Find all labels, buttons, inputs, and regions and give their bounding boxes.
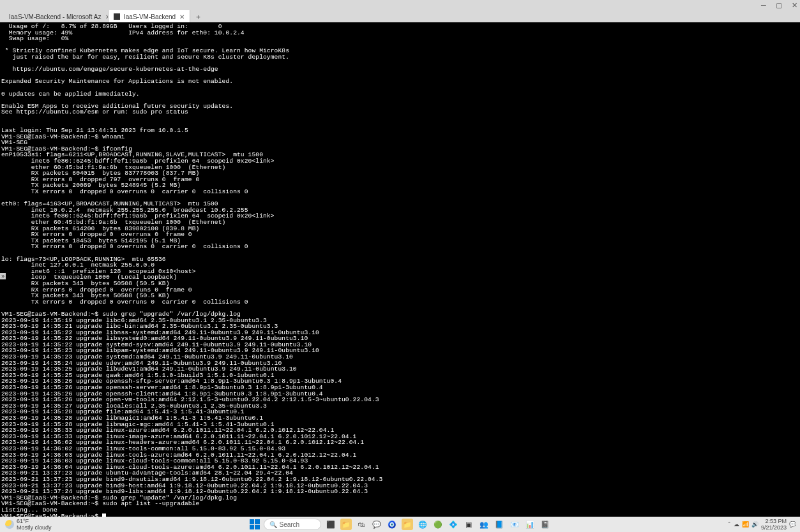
browser-tab-bastion[interactable]: IaaS-VM-Backend ✕ — [109, 10, 190, 23]
terminal-favicon-icon — [114, 13, 120, 20]
taskbar-app-explorer[interactable]: 📁 — [340, 519, 352, 530]
tray-volume-icon[interactable]: 🔊 — [751, 521, 758, 528]
tab-title: IaaS-VM-Backend - Microsoft Az — [9, 13, 102, 20]
terminal-output[interactable]: Usage of /: 8.7% of 28.89GB Users logged… — [0, 22, 800, 517]
tray-cloud-icon[interactable]: ☁ — [734, 521, 739, 528]
window-minimize-button[interactable]: ─ — [760, 2, 767, 8]
tray-notifications-icon[interactable]: 💬 — [789, 521, 796, 528]
taskbar-app-teams[interactable]: 👥 — [478, 519, 490, 530]
task-view-icon[interactable]: ⬛ — [325, 519, 336, 530]
taskbar-app-outlook[interactable]: 📧 — [509, 519, 520, 530]
browser-tab-azure[interactable]: IaaS-VM-Backend - Microsoft Az ✕ — [0, 10, 109, 23]
terminal-text: Usage of /: 8.7% of 28.89GB Users logged… — [1, 23, 382, 517]
taskbar-weather-widget[interactable]: 61°F Mostly cloudy — [0, 518, 57, 531]
window-titlebar: ─ ▢ ✕ — [0, 0, 800, 10]
weather-desc: Mostly cloudy — [17, 524, 52, 531]
tab-close-icon[interactable]: ✕ — [179, 13, 185, 20]
tray-time: 2:53 PM — [761, 518, 787, 524]
browser-tabstrip: IaaS-VM-Backend - Microsoft Az ✕ IaaS-VM… — [0, 10, 800, 23]
tray-network-icon[interactable]: 📶 — [742, 521, 749, 528]
tab-title: IaaS-VM-Backend — [124, 13, 176, 20]
system-tray: ˄ ☁ 📶 🔊 2:53 PM 9/21/2023 💬 — [724, 518, 800, 531]
taskbar-app-quickassist[interactable]: 🧿 — [386, 519, 398, 530]
taskbar-app-onenote[interactable]: 📓 — [540, 519, 551, 530]
window-close-button[interactable]: ✕ — [791, 2, 797, 8]
taskbar-app-chat[interactable]: 💬 — [371, 519, 382, 530]
taskbar-search-input[interactable]: 🔍 Search — [264, 519, 321, 530]
tray-chevron-up-icon[interactable]: ˄ — [728, 521, 731, 528]
taskbar-app-store[interactable]: 🛍 — [356, 519, 367, 530]
taskbar-app-chrome[interactable]: 🟢 — [432, 519, 444, 530]
taskbar-center: 🔍 Search ⬛ 📁 🛍 💬 🧿 📁 🌐 🟢 💠 ▣ 👥 📘 📧 📊 📓 — [250, 519, 551, 530]
search-icon: 🔍 — [269, 521, 277, 528]
bastion-expand-handle[interactable]: » — [0, 273, 6, 279]
weather-icon — [5, 520, 14, 529]
taskbar-app-explorer2[interactable]: 📁 — [402, 519, 413, 530]
tray-clock[interactable]: 2:53 PM 9/21/2023 — [761, 518, 787, 531]
taskbar-app-excel[interactable]: 📊 — [524, 519, 536, 530]
taskbar-app-vscode[interactable]: 💠 — [448, 519, 459, 530]
window-maximize-button[interactable]: ▢ — [776, 2, 782, 8]
tray-date: 9/21/2023 — [761, 524, 787, 531]
start-button[interactable] — [250, 519, 260, 529]
search-placeholder: Search — [280, 521, 300, 528]
new-tab-button[interactable]: ＋ — [190, 10, 206, 23]
taskbar-app-edge[interactable]: 🌐 — [417, 519, 428, 530]
taskbar-app-terminal[interactable]: ▣ — [463, 519, 474, 530]
windows-taskbar: 61°F Mostly cloudy 🔍 Search ⬛ 📁 🛍 💬 🧿 📁 … — [0, 517, 800, 532]
weather-temp: 61°F — [17, 518, 52, 524]
taskbar-app-word[interactable]: 📘 — [494, 519, 505, 530]
